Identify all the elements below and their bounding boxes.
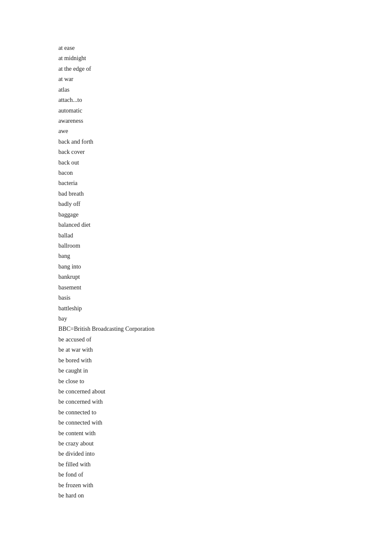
- list-item: bay: [58, 313, 392, 324]
- list-item: be bored with: [58, 355, 392, 365]
- list-item: be connected to: [58, 407, 392, 417]
- list-item: atlas: [58, 84, 392, 95]
- list-item: be fond of: [58, 469, 392, 480]
- list-item: ballad: [58, 230, 392, 240]
- list-item: be hard on: [58, 490, 392, 500]
- list-item: be connected with: [58, 417, 392, 428]
- list-item: bang: [58, 251, 392, 261]
- list-item: bacon: [58, 168, 392, 178]
- list-item: awe: [58, 126, 392, 136]
- list-item: battleship: [58, 303, 392, 313]
- list-item: at the edge of: [58, 64, 392, 74]
- list-item: back and forth: [58, 136, 392, 147]
- list-item: badly off: [58, 199, 392, 209]
- list-item: at ease: [58, 43, 392, 53]
- list-item: BBC=British Broadcasting Corporation: [58, 324, 392, 334]
- list-item: be concerned with: [58, 396, 392, 407]
- list-item: basis: [58, 292, 392, 303]
- list-item: be close to: [58, 376, 392, 386]
- list-item: at midnight: [58, 53, 392, 63]
- list-item: basement: [58, 282, 392, 292]
- list-item: bacteria: [58, 178, 392, 188]
- list-item: baggage: [58, 209, 392, 220]
- list-item: be accused of: [58, 334, 392, 344]
- list-item: be divided into: [58, 448, 392, 459]
- list-item: be crazy about: [58, 438, 392, 448]
- list-item: ballroom: [58, 240, 392, 251]
- list-item: awareness: [58, 116, 392, 126]
- list-item: bankrupt: [58, 272, 392, 282]
- list-item: be content with: [58, 428, 392, 438]
- list-item: back cover: [58, 147, 392, 157]
- list-item: be at war with: [58, 344, 392, 355]
- list-item: at war: [58, 74, 392, 84]
- list-item: back out: [58, 157, 392, 168]
- list-item: bad breath: [58, 188, 392, 199]
- list-item: automatic: [58, 105, 392, 116]
- list-item: be concerned about: [58, 386, 392, 396]
- list-item: be frozen with: [58, 480, 392, 490]
- list-item: bang into: [58, 261, 392, 272]
- list-item: balanced diet: [58, 220, 392, 230]
- list-item: be filled with: [58, 459, 392, 469]
- word-list: at easeat midnightat the edge ofat warat…: [58, 43, 392, 501]
- list-item: attach...to: [58, 95, 392, 105]
- list-item: be caught in: [58, 365, 392, 376]
